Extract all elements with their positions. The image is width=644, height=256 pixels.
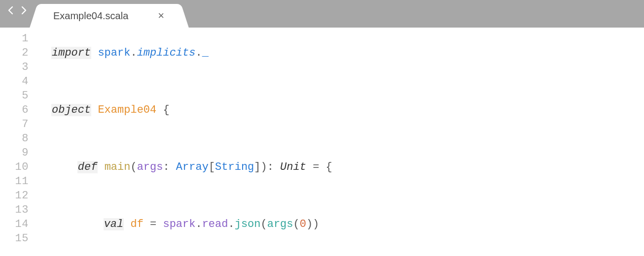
code-line [51,74,527,89]
line-number: 14 [0,217,29,231]
editor-tab[interactable]: Example04.scala × [40,4,178,28]
line-number: 8 [0,131,29,146]
nav-forward-icon[interactable] [19,5,29,15]
code-line [51,246,527,256]
line-gutter: 1 2 3 4 5 6 7 8 9 10 11 12 13 14 15 [0,28,35,256]
code-line [51,189,527,203]
line-number: 13 [0,203,29,217]
code-line [51,131,527,146]
line-number: 5 [0,89,29,103]
line-number: 1 [0,32,29,46]
line-number: 3 [0,60,29,74]
line-number: 6 [0,103,29,117]
code-line: object Example04 { [51,103,527,117]
line-number: 11 [0,174,29,189]
line-number: 4 [0,74,29,89]
line-number: 2 [0,46,29,60]
nav-arrows [6,0,29,28]
code-line: val df = spark.read.json(args(0)) [51,217,527,231]
line-number: 12 [0,189,29,203]
code-line: def main(args: Array[String]): Unit = { [51,160,527,174]
code-editor[interactable]: 1 2 3 4 5 6 7 8 9 10 11 12 13 14 15 impo… [0,28,644,256]
tab-bar: Example04.scala × [0,0,644,28]
close-icon[interactable]: × [158,10,164,21]
tab-title: Example04.scala [53,10,128,22]
line-number: 7 [0,117,29,131]
nav-back-icon[interactable] [6,5,16,15]
code-area[interactable]: import spark.implicits._ object Example0… [35,28,527,256]
line-number: 9 [0,146,29,160]
line-number: 15 [0,231,29,246]
line-number: 10 [0,160,29,174]
code-line: import spark.implicits._ [51,46,527,60]
